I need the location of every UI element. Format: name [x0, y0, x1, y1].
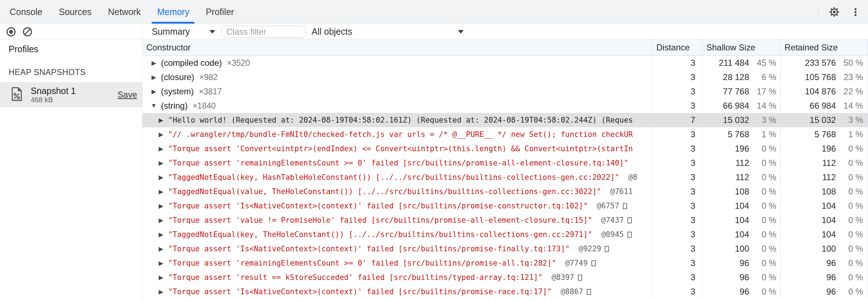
table-row[interactable]: ▶ "Torque assert 'Is<NativeContext>(cont… [142, 242, 868, 256]
row-label: "Torque assert 'result == kStoreSucceded… [168, 273, 542, 282]
row-label: "Torque assert 'value != PromiseHole' fa… [168, 216, 592, 224]
distance-cell: 7 [652, 113, 702, 127]
record-icon[interactable] [5, 26, 17, 38]
row-label: (compiled code) [161, 58, 222, 68]
table-row[interactable]: ▶ "Torque assert 'remainingElementsCount… [142, 156, 868, 170]
shallow-size-cell: 1080 % [702, 184, 781, 199]
snapshot-size: 468 kB [31, 96, 117, 104]
table-row[interactable]: ▶ "Torque assert 'value != PromiseHole' … [142, 213, 868, 227]
disclosure-triangle-icon[interactable]: ▶ [158, 159, 164, 167]
object-id: @8 [628, 173, 637, 182]
constructor-cell: ▶ "Torque assert 'Is<NativeContext>(cont… [142, 242, 652, 256]
disclosure-triangle-icon[interactable]: ▶ [158, 188, 164, 196]
row-label: (string) [161, 101, 188, 111]
missing-glyph-box-icon [627, 217, 632, 223]
shallow-size-cell: 1040 % [702, 227, 781, 242]
tab-memory[interactable]: Memory [149, 0, 197, 24]
save-link[interactable]: Save [117, 90, 137, 100]
row-count: ×1840 [193, 101, 216, 111]
column-header-distance[interactable]: Distance [652, 39, 702, 55]
shallow-size-cell: 960 % [702, 285, 781, 299]
tab-console[interactable]: Console [1, 0, 51, 24]
distance-cell: 3 [652, 242, 702, 256]
disclosure-triangle-icon[interactable]: ▼ [151, 102, 157, 109]
objects-select[interactable]: All objects [312, 26, 466, 37]
shallow-size-cell: 960 % [702, 256, 781, 270]
distance-cell: 3 [652, 285, 702, 299]
disclosure-triangle-icon[interactable]: ▶ [151, 88, 157, 95]
disclosure-triangle-icon[interactable]: ▶ [158, 131, 164, 138]
table-row[interactable]: ▶ "// .wrangler/tmp/bundle-FmNIt0/checke… [142, 127, 868, 142]
tab-profiler[interactable]: Profiler [197, 0, 242, 24]
shallow-size-cell: 77 76817 % [702, 84, 781, 99]
table-row[interactable]: ▶ "Hello world! (Requested at: 2024-08-1… [142, 113, 868, 127]
tab-sources[interactable]: Sources [51, 0, 100, 24]
disclosure-triangle-icon[interactable]: ▶ [158, 145, 164, 153]
disclosure-triangle-icon[interactable]: ▶ [151, 59, 157, 67]
column-header-retained-size[interactable]: Retained Size [781, 39, 868, 55]
disclosure-triangle-icon[interactable]: ▶ [158, 217, 164, 224]
table-row[interactable]: ▶ "Torque assert 'Is<NativeContext>(cont… [142, 285, 868, 299]
row-label: "TaggedNotEqual(value, TheHoleConstant()… [168, 187, 601, 196]
chevron-down-icon [458, 30, 464, 34]
object-id: @7437 [601, 216, 624, 224]
sidebar-item-snapshot-1[interactable]: Snapshot 1 468 kB Save [0, 82, 142, 107]
shallow-size-cell: 28 1286 % [702, 70, 781, 84]
table-row[interactable]: ▶ "Torque assert 'result == kStoreSucced… [142, 270, 868, 285]
column-header-constructor[interactable]: Constructor [142, 39, 652, 55]
retained-size-cell: 233 57650 % [781, 56, 868, 70]
table-row[interactable]: ▶ (closure) ×982 3 28 1286 % 105 76823 % [142, 70, 868, 84]
table-row[interactable]: ▶ "Torque assert 'Is<NativeContext>(cont… [142, 199, 868, 213]
grid-header: Constructor Distance Shallow Size Retain… [142, 39, 868, 56]
kebab-menu-icon[interactable] [849, 6, 862, 18]
table-row[interactable]: ▼ (string) ×1840 3 66 98414 % 66 98414 % [142, 99, 868, 113]
retained-size-cell: 1040 % [781, 199, 868, 213]
disclosure-triangle-icon[interactable]: ▶ [158, 202, 164, 210]
profiler-controls [0, 24, 142, 39]
missing-glyph-box-icon [587, 289, 591, 295]
disclosure-triangle-icon[interactable]: ▶ [158, 288, 164, 296]
class-filter-input[interactable] [222, 26, 306, 38]
shallow-size-cell: 1120 % [702, 156, 781, 170]
table-row[interactable]: ▶ (compiled code) ×3520 3 211 48445 % 23… [142, 56, 868, 70]
view-controls: Summary All objects [142, 24, 868, 39]
row-label: "Hello world! (Requested at: 2024-08-19T… [168, 116, 633, 124]
clear-icon[interactable] [21, 26, 34, 38]
table-row[interactable]: ▶ "TaggedNotEqual(key, HashTableHoleCons… [142, 170, 868, 184]
disclosure-triangle-icon[interactable]: ▶ [158, 260, 164, 267]
constructor-cell: ▶ "TaggedNotEqual(value, TheHoleConstant… [142, 184, 652, 199]
disclosure-triangle-icon[interactable]: ▶ [158, 231, 164, 238]
row-count: ×3520 [227, 58, 250, 68]
table-row[interactable]: ▶ "Torque assert 'remainingElementsCount… [142, 256, 868, 270]
disclosure-triangle-icon[interactable]: ▶ [158, 117, 164, 124]
distance-cell: 3 [652, 256, 702, 270]
table-row[interactable]: ▶ (system) ×3817 3 77 76817 % 104 87622 … [142, 84, 868, 99]
object-id: @6757 [597, 202, 619, 210]
profiles-header: Profiles [0, 39, 142, 59]
table-row[interactable]: ▶ "TaggedNotEqual(key, TheHoleConstant()… [142, 227, 868, 242]
disclosure-triangle-icon[interactable]: ▶ [158, 274, 164, 281]
retained-size-cell: 1040 % [781, 213, 868, 227]
row-label: (system) [161, 87, 194, 97]
constructor-cell: ▶ "Hello world! (Requested at: 2024-08-1… [142, 113, 652, 127]
disclosure-triangle-icon[interactable]: ▶ [158, 245, 164, 253]
perspective-select[interactable]: Summary [152, 26, 215, 37]
column-header-shallow-size[interactable]: Shallow Size [702, 39, 781, 55]
retained-size-cell: 15 0323 % [781, 113, 868, 127]
object-id: @9229 [579, 245, 601, 253]
object-id: @8945 [601, 230, 624, 239]
constructor-cell: ▶ "Torque assert 'result == kStoreSucced… [142, 270, 652, 285]
tab-network[interactable]: Network [100, 0, 149, 24]
gear-icon[interactable] [828, 6, 840, 18]
constructor-cell: ▶ "Torque assert 'remainingElementsCount… [142, 256, 652, 270]
missing-glyph-box-icon [623, 203, 627, 209]
table-row[interactable]: ▶ "Torque assert 'Convert<uintptr>(endIn… [142, 142, 868, 156]
retained-size-cell: 1120 % [781, 170, 868, 184]
table-row[interactable]: ▶ "TaggedNotEqual(value, TheHoleConstant… [142, 184, 868, 199]
disclosure-triangle-icon[interactable]: ▶ [158, 174, 164, 181]
disclosure-triangle-icon[interactable]: ▶ [151, 74, 157, 81]
row-label: "TaggedNotEqual(key, HashTableHoleConsta… [168, 173, 619, 182]
missing-glyph-box-icon [578, 275, 582, 281]
constructor-cell: ▶ "TaggedNotEqual(key, HashTableHoleCons… [142, 170, 652, 184]
constructor-cell: ▼ (string) ×1840 [142, 99, 652, 113]
